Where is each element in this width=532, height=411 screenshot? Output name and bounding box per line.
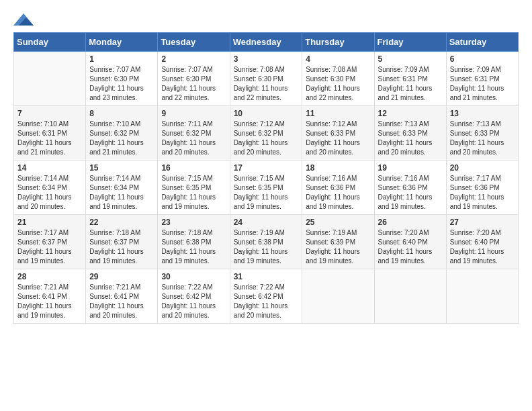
- cell-content: Sunrise: 7:12 AM Sunset: 6:32 PM Dayligh…: [234, 120, 299, 157]
- calendar-cell: 14Sunrise: 7:14 AM Sunset: 6:34 PM Dayli…: [14, 161, 86, 215]
- day-number: 4: [306, 54, 370, 64]
- calendar-cell: [14, 52, 86, 106]
- cell-content: Sunrise: 7:21 AM Sunset: 6:41 PM Dayligh…: [89, 283, 154, 320]
- weekday-header: Tuesday: [158, 33, 230, 52]
- cell-content: Sunrise: 7:15 AM Sunset: 6:35 PM Dayligh…: [161, 174, 226, 212]
- cell-content: Sunrise: 7:19 AM Sunset: 6:38 PM Dayligh…: [234, 228, 299, 266]
- page-header: [13, 13, 519, 26]
- calendar-cell: 21Sunrise: 7:17 AM Sunset: 6:37 PM Dayli…: [14, 215, 86, 269]
- day-number: 11: [306, 109, 370, 118]
- calendar-cell: 3Sunrise: 7:08 AM Sunset: 6:30 PM Daylig…: [230, 52, 302, 106]
- cell-content: Sunrise: 7:09 AM Sunset: 6:31 PM Dayligh…: [378, 65, 443, 103]
- cell-content: Sunrise: 7:14 AM Sunset: 6:34 PM Dayligh…: [89, 174, 154, 212]
- weekday-header: Wednesday: [230, 33, 302, 52]
- day-number: 29: [89, 272, 154, 281]
- calendar-cell: [374, 269, 446, 324]
- day-number: 28: [17, 272, 82, 281]
- day-number: 27: [450, 218, 515, 227]
- cell-content: Sunrise: 7:20 AM Sunset: 6:40 PM Dayligh…: [450, 228, 515, 266]
- day-number: 21: [17, 218, 82, 227]
- day-number: 3: [234, 54, 299, 64]
- calendar-cell: 2Sunrise: 7:07 AM Sunset: 6:30 PM Daylig…: [158, 52, 230, 106]
- calendar-cell: 11Sunrise: 7:12 AM Sunset: 6:33 PM Dayli…: [302, 106, 374, 161]
- day-number: 14: [17, 163, 82, 173]
- cell-content: Sunrise: 7:12 AM Sunset: 6:33 PM Dayligh…: [306, 120, 370, 157]
- cell-content: Sunrise: 7:07 AM Sunset: 6:30 PM Dayligh…: [161, 65, 226, 103]
- calendar-cell: 10Sunrise: 7:12 AM Sunset: 6:32 PM Dayli…: [230, 106, 302, 161]
- calendar-cell: 28Sunrise: 7:21 AM Sunset: 6:41 PM Dayli…: [14, 269, 86, 324]
- calendar-cell: 23Sunrise: 7:18 AM Sunset: 6:38 PM Dayli…: [158, 215, 230, 269]
- calendar-table: SundayMondayTuesdayWednesdayThursdayFrid…: [13, 32, 519, 324]
- calendar-cell: 19Sunrise: 7:16 AM Sunset: 6:36 PM Dayli…: [374, 161, 446, 215]
- day-number: 18: [306, 163, 370, 173]
- calendar-cell: 12Sunrise: 7:13 AM Sunset: 6:33 PM Dayli…: [374, 106, 446, 161]
- day-number: 30: [161, 272, 226, 281]
- calendar-cell: 22Sunrise: 7:18 AM Sunset: 6:37 PM Dayli…: [86, 215, 158, 269]
- calendar-cell: 4Sunrise: 7:08 AM Sunset: 6:30 PM Daylig…: [302, 52, 374, 106]
- calendar-cell: 17Sunrise: 7:15 AM Sunset: 6:35 PM Dayli…: [230, 161, 302, 215]
- cell-content: Sunrise: 7:16 AM Sunset: 6:36 PM Dayligh…: [378, 174, 443, 212]
- calendar-cell: 1Sunrise: 7:07 AM Sunset: 6:30 PM Daylig…: [86, 52, 158, 106]
- day-number: 19: [378, 163, 443, 173]
- cell-content: Sunrise: 7:19 AM Sunset: 6:39 PM Dayligh…: [306, 228, 370, 266]
- cell-content: Sunrise: 7:22 AM Sunset: 6:42 PM Dayligh…: [234, 283, 299, 320]
- cell-content: Sunrise: 7:07 AM Sunset: 6:30 PM Dayligh…: [89, 65, 154, 103]
- day-number: 17: [234, 163, 299, 173]
- calendar-cell: 31Sunrise: 7:22 AM Sunset: 6:42 PM Dayli…: [230, 269, 302, 324]
- day-number: 20: [450, 163, 515, 173]
- cell-content: Sunrise: 7:18 AM Sunset: 6:38 PM Dayligh…: [161, 228, 226, 266]
- calendar-cell: 29Sunrise: 7:21 AM Sunset: 6:41 PM Dayli…: [86, 269, 158, 324]
- day-number: 6: [450, 54, 515, 64]
- calendar-cell: 9Sunrise: 7:11 AM Sunset: 6:32 PM Daylig…: [158, 106, 230, 161]
- calendar-cell: 18Sunrise: 7:16 AM Sunset: 6:36 PM Dayli…: [302, 161, 374, 215]
- cell-content: Sunrise: 7:17 AM Sunset: 6:37 PM Dayligh…: [17, 228, 82, 266]
- day-number: 24: [234, 218, 299, 227]
- calendar-cell: 27Sunrise: 7:20 AM Sunset: 6:40 PM Dayli…: [446, 215, 518, 269]
- day-number: 7: [17, 109, 82, 118]
- cell-content: Sunrise: 7:11 AM Sunset: 6:32 PM Dayligh…: [161, 120, 226, 157]
- calendar-cell: 15Sunrise: 7:14 AM Sunset: 6:34 PM Dayli…: [86, 161, 158, 215]
- cell-content: Sunrise: 7:08 AM Sunset: 6:30 PM Dayligh…: [306, 65, 370, 103]
- day-number: 26: [378, 218, 443, 227]
- weekday-header: Thursday: [302, 33, 374, 52]
- cell-content: Sunrise: 7:13 AM Sunset: 6:33 PM Dayligh…: [450, 120, 515, 157]
- day-number: 31: [234, 272, 299, 281]
- day-number: 15: [89, 163, 154, 173]
- logo: [13, 13, 36, 26]
- cell-content: Sunrise: 7:14 AM Sunset: 6:34 PM Dayligh…: [17, 174, 82, 212]
- weekday-header: Sunday: [14, 33, 86, 52]
- day-number: 12: [378, 109, 443, 118]
- cell-content: Sunrise: 7:10 AM Sunset: 6:31 PM Dayligh…: [17, 120, 82, 157]
- day-number: 5: [378, 54, 443, 64]
- cell-content: Sunrise: 7:08 AM Sunset: 6:30 PM Dayligh…: [234, 65, 299, 103]
- day-number: 22: [89, 218, 154, 227]
- day-number: 10: [234, 109, 299, 118]
- cell-content: Sunrise: 7:22 AM Sunset: 6:42 PM Dayligh…: [161, 283, 226, 320]
- cell-content: Sunrise: 7:20 AM Sunset: 6:40 PM Dayligh…: [378, 228, 443, 266]
- cell-content: Sunrise: 7:09 AM Sunset: 6:31 PM Dayligh…: [450, 65, 515, 103]
- calendar-cell: 8Sunrise: 7:10 AM Sunset: 6:32 PM Daylig…: [86, 106, 158, 161]
- calendar-cell: 6Sunrise: 7:09 AM Sunset: 6:31 PM Daylig…: [446, 52, 518, 106]
- calendar-cell: 7Sunrise: 7:10 AM Sunset: 6:31 PM Daylig…: [14, 106, 86, 161]
- calendar-cell: 5Sunrise: 7:09 AM Sunset: 6:31 PM Daylig…: [374, 52, 446, 106]
- day-number: 13: [450, 109, 515, 118]
- day-number: 16: [161, 163, 226, 173]
- calendar-cell: 30Sunrise: 7:22 AM Sunset: 6:42 PM Dayli…: [158, 269, 230, 324]
- calendar-cell: 24Sunrise: 7:19 AM Sunset: 6:38 PM Dayli…: [230, 215, 302, 269]
- day-number: 25: [306, 218, 370, 227]
- weekday-header: Monday: [86, 33, 158, 52]
- cell-content: Sunrise: 7:16 AM Sunset: 6:36 PM Dayligh…: [306, 174, 370, 212]
- calendar-cell: [446, 269, 518, 324]
- day-number: 23: [161, 218, 226, 227]
- cell-content: Sunrise: 7:17 AM Sunset: 6:36 PM Dayligh…: [450, 174, 515, 212]
- weekday-header: Friday: [374, 33, 446, 52]
- cell-content: Sunrise: 7:13 AM Sunset: 6:33 PM Dayligh…: [378, 120, 443, 157]
- calendar-cell: 26Sunrise: 7:20 AM Sunset: 6:40 PM Dayli…: [374, 215, 446, 269]
- day-number: 1: [89, 54, 154, 64]
- day-number: 2: [161, 54, 226, 64]
- cell-content: Sunrise: 7:10 AM Sunset: 6:32 PM Dayligh…: [89, 120, 154, 157]
- day-number: 9: [161, 109, 226, 118]
- calendar-cell: [302, 269, 374, 324]
- cell-content: Sunrise: 7:15 AM Sunset: 6:35 PM Dayligh…: [234, 174, 299, 212]
- logo-icon: [13, 13, 34, 26]
